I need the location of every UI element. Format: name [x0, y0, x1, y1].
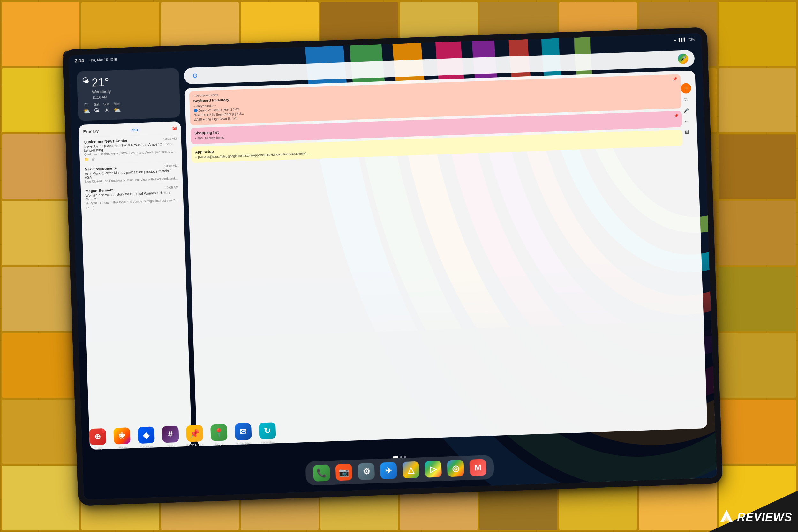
reviews-logo	[719, 508, 735, 526]
authy-label: Authy	[94, 446, 102, 450]
slack-icon: #	[162, 426, 179, 443]
forecast-sun: Sun ☀	[103, 102, 110, 115]
app-phone[interactable]: 📞	[313, 464, 330, 481]
syncpro-icon: ↻	[259, 422, 276, 439]
reviews-text: REVIEWS	[737, 511, 792, 524]
app-playstore[interactable]: ▷	[424, 460, 442, 478]
signal-icon: ▌▌▌	[679, 37, 686, 41]
email-time-3: 10:05 AM	[165, 185, 178, 190]
status-icons: ⊡ ⊞	[111, 57, 117, 62]
status-time: 2:14	[75, 58, 84, 63]
photos-label: Photos	[117, 445, 127, 449]
maps-label: Maps	[215, 442, 224, 446]
email-archive-icon[interactable]: 📁	[84, 157, 89, 162]
app-gmail[interactable]: M	[469, 459, 487, 476]
weather-forecast: Fri ⛅ Sat 🌤 Sun ☀	[83, 100, 175, 116]
note-pin-shopping: 📌	[674, 113, 679, 118]
keep-mic-icon[interactable]: 🎤	[682, 106, 691, 115]
app-camera[interactable]: 📷	[336, 464, 353, 481]
telegram-icon: ✈	[380, 462, 397, 479]
slack-label: Slack	[167, 443, 175, 448]
email-reply-icon[interactable]: ↩	[86, 206, 89, 210]
keep-checkbox-icon[interactable]: ☑	[681, 95, 690, 104]
status-date: Thu, Mar 10	[89, 58, 108, 62]
app-authy[interactable]: ⊕ ! Authy	[89, 428, 106, 450]
forecast-sat: Sat 🌤	[94, 102, 100, 116]
email-delete-icon[interactable]: 🗑	[91, 157, 95, 161]
weather-location: Woodbury	[92, 89, 111, 94]
photos-icon: ❀	[113, 427, 131, 444]
tablet-screen: 2:14 Thu, Mar 10 ⊡ ⊞ ▲ ▌▌▌ 73%	[68, 33, 717, 500]
wifi-icon: ▲	[673, 38, 677, 41]
status-icons-right: ▲ ▌▌▌ 73%	[673, 37, 695, 41]
gmail-unread-count: 99+	[130, 127, 141, 132]
left-widgets-column: 🌤 21° Woodbury 11:16 AM Fri ⛅	[77, 68, 192, 450]
app-syncpro[interactable]: ↻ Sync Pro	[259, 422, 276, 444]
app-keep[interactable]: 📌 Keep Notes	[186, 425, 204, 447]
app-photos[interactable]: ❀ Photos	[113, 427, 131, 449]
messages-label: Messages	[236, 441, 251, 445]
dropbox-label: Dropbox	[140, 444, 153, 449]
syncpro-label: Sync Pro	[262, 440, 274, 444]
reviews-badge: REVIEWS	[709, 491, 798, 532]
messages-icon: ✉	[234, 423, 252, 440]
email-more-icon[interactable]: ⋮	[92, 206, 95, 210]
gmail-icon: ✉	[172, 125, 176, 131]
keep-notes-header: 📌 + 26 checked items Keyboard Inventory …	[188, 74, 694, 163]
keep-label: Keep Notes	[187, 443, 204, 447]
keep-add-button[interactable]: +	[681, 83, 691, 94]
keep-image-icon[interactable]: 🖼	[682, 128, 691, 137]
keep-draw-icon[interactable]: ✏	[682, 117, 691, 126]
email-item-3[interactable]: Megan Bennett 10:05 AM Women and wealth …	[81, 183, 184, 213]
phone-icon: 📞	[313, 464, 330, 481]
dropbox-icon: ◆	[137, 426, 155, 443]
email-time-2: 10:48 AM	[164, 164, 178, 169]
weather-temperature: 21°	[92, 76, 111, 90]
home-screen: 2:14 Thu, Mar 10 ⊡ ⊞ ▲ ▌▌▌ 73%	[68, 33, 717, 500]
chrome-icon: ◎	[447, 460, 464, 477]
keep-icon: 📌	[186, 425, 203, 442]
app-settings[interactable]: ⚙	[358, 463, 375, 480]
app-dropbox[interactable]: ◆ Dropbox	[137, 426, 155, 449]
search-mic-button[interactable]: 🎤	[678, 53, 688, 64]
tablet-device: 2:14 Thu, Mar 10 ⊡ ⊞ ▲ ▌▌▌ 73%	[62, 27, 723, 506]
app-messages[interactable]: ✉ Messages	[234, 423, 252, 445]
camera-icon: 📷	[336, 464, 353, 481]
battery-icon: 73%	[688, 37, 695, 41]
authy-icon: ⊕ !	[89, 428, 106, 445]
weather-widget[interactable]: 🌤 21° Woodbury 11:16 AM Fri ⛅	[77, 68, 180, 121]
email-time-1: 10:53 AM	[163, 137, 177, 141]
weather-time: 11:16 AM	[92, 95, 111, 99]
gmail-folder-label: Primary	[83, 129, 99, 134]
middle-widgets-column: G 🎤 📌 + 26 checked items	[184, 50, 707, 446]
drive-icon: △	[402, 461, 419, 478]
forecast-mon: Mon ⛅	[113, 101, 121, 115]
email-item-2[interactable]: Merk Investments 10:48 AM Axel Merk & Pe…	[80, 161, 183, 186]
widgets-area: 🌤 21° Woodbury 11:16 AM Fri ⛅	[69, 45, 715, 455]
note-pin-icon: 📌	[672, 77, 677, 82]
maps-icon: 📍	[210, 424, 228, 441]
keep-notes-widget[interactable]: 📌 + 26 checked items Keyboard Inventory …	[185, 71, 707, 446]
keep-controls: + ☑ 🎤 ✏ 🖼	[681, 83, 693, 137]
app-chrome[interactable]: ◎	[447, 460, 464, 477]
email-item-1[interactable]: Qualcomm News Center 10:53 AM News Alert…	[79, 134, 182, 164]
playstore-icon: ▷	[424, 460, 442, 478]
app-maps[interactable]: 📍 Maps	[210, 424, 228, 446]
app-drive[interactable]: △	[402, 461, 419, 478]
gmail-icon: M	[469, 459, 487, 476]
app-slack[interactable]: # Slack	[162, 426, 179, 448]
keep-notes-list-area: 📌 + 26 checked items Keyboard Inventory …	[189, 74, 683, 163]
google-logo: G	[190, 71, 200, 80]
gmail-widget[interactable]: Primary 99+ ✉ Qualcomm News Center 10:53…	[78, 121, 192, 450]
app-dock: 📞 📷 ⚙ ✈ △ ▷ ◎	[305, 455, 494, 486]
settings-icon: ⚙	[358, 463, 375, 480]
app-telegram[interactable]: ✈	[380, 462, 397, 479]
forecast-fri: Fri ⛅	[83, 103, 90, 116]
